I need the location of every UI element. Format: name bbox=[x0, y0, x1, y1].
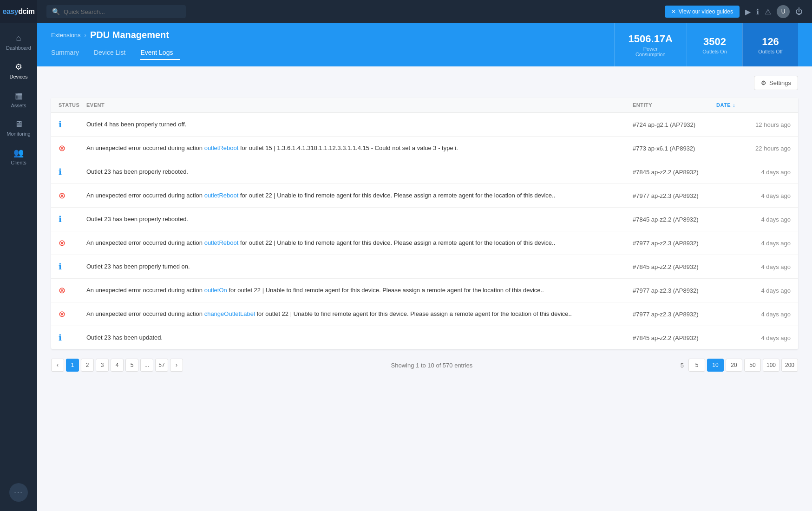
entity-cell: #7845 ap-z2.2 (AP8932) bbox=[633, 263, 716, 270]
sidebar-item-dashboard[interactable]: ⌂ Dashboard bbox=[0, 28, 37, 56]
event-highlight: outletOn bbox=[204, 287, 227, 294]
power-label: PowerConsumption bbox=[635, 46, 666, 57]
alert-icon[interactable]: ⚠ bbox=[765, 7, 771, 16]
outlets-off-label: Outlets Off bbox=[758, 49, 782, 54]
power-icon[interactable]: ⏻ bbox=[795, 7, 803, 16]
status-cell: ℹ bbox=[59, 167, 86, 177]
status-cell: ⊗ bbox=[59, 143, 86, 153]
more-button[interactable]: ··· bbox=[9, 483, 28, 502]
entity-cell: #7845 ap-z2.2 (AP8932) bbox=[633, 169, 716, 176]
page-5-button[interactable]: 5 bbox=[125, 359, 138, 372]
sort-desc-icon: ↓ bbox=[733, 102, 735, 108]
date-cell: 22 hours ago bbox=[716, 145, 791, 152]
date-cell: 4 days ago bbox=[716, 192, 791, 199]
event-cell: Outlet 4 has been properly turned off. bbox=[86, 120, 633, 129]
per-page-100-button[interactable]: 100 bbox=[763, 359, 779, 372]
power-value: 1506.17A bbox=[629, 33, 673, 45]
date-cell: 4 days ago bbox=[716, 216, 791, 223]
event-cell: An unexpected error occurred during acti… bbox=[86, 144, 633, 152]
content-area: ⚙ Settings STATUS EVENT ENTITY DATE ↓ ℹO… bbox=[37, 66, 812, 511]
per-page-20-button[interactable]: 20 bbox=[726, 359, 742, 372]
sidebar-item-label: Assets bbox=[11, 103, 26, 108]
video-guide-label: View our video guides bbox=[679, 8, 733, 15]
info-icon[interactable]: ℹ bbox=[756, 7, 759, 16]
tab-device-list[interactable]: Device List bbox=[94, 46, 133, 60]
per-page-200-button[interactable]: 200 bbox=[781, 359, 798, 372]
tab-summary[interactable]: Summary bbox=[51, 46, 86, 60]
table-row: ℹOutlet 23 has been properly turned on.#… bbox=[51, 255, 798, 279]
next-page-button[interactable]: › bbox=[170, 359, 183, 372]
event-cell: Outlet 23 has been properly rebooted. bbox=[86, 215, 633, 223]
date-cell: 12 hours ago bbox=[716, 121, 791, 128]
entity-cell: #7977 ap-z2.3 (AP8932) bbox=[633, 192, 716, 199]
page-3-button[interactable]: 3 bbox=[96, 359, 109, 372]
tab-event-logs[interactable]: Event Logs bbox=[140, 46, 180, 60]
video-guide-button[interactable]: ✕ View our video guides bbox=[665, 6, 740, 18]
col-date[interactable]: DATE ↓ bbox=[716, 102, 791, 108]
per-page-10-button[interactable]: 5 bbox=[688, 359, 705, 372]
play-icon[interactable]: ▶ bbox=[745, 7, 751, 16]
page-2-button[interactable]: 2 bbox=[81, 359, 94, 372]
entity-cell: #7977 ap-z2.3 (AP8932) bbox=[633, 311, 716, 318]
col-status: STATUS bbox=[59, 102, 86, 108]
info-status-icon: ℹ bbox=[59, 262, 62, 272]
avatar[interactable]: U bbox=[777, 5, 790, 18]
event-cell: An unexpected error occurred during acti… bbox=[86, 286, 633, 295]
event-plain: Outlet 4 has been properly turned off. bbox=[86, 121, 186, 128]
page-57-button[interactable]: 57 bbox=[155, 359, 168, 372]
sidebar-item-monitoring[interactable]: 🖥 Monitoring bbox=[0, 114, 37, 142]
logo-text: easydcim bbox=[3, 7, 35, 16]
sidebar-item-assets[interactable]: ▦ Assets bbox=[0, 85, 37, 114]
date-cell: 4 days ago bbox=[716, 263, 791, 270]
breadcrumb-root[interactable]: Extensions bbox=[51, 32, 81, 39]
entity-cell: #7977 ap-z2.3 (AP8932) bbox=[633, 287, 716, 294]
prev-page-button[interactable]: ‹ bbox=[51, 359, 64, 372]
top-bar-actions: ✕ View our video guides ▶ ℹ ⚠ U ⏻ bbox=[665, 5, 803, 18]
error-status-icon: ⊗ bbox=[59, 143, 65, 153]
info-status-icon: ℹ bbox=[59, 167, 62, 177]
sidebar-item-label: Devices bbox=[9, 74, 27, 79]
settings-label: Settings bbox=[769, 79, 791, 86]
event-plain: Outlet 23 has been updated. bbox=[86, 334, 163, 341]
search-input[interactable] bbox=[64, 8, 180, 15]
clients-icon: 👥 bbox=[13, 148, 24, 158]
page-header: Extensions › PDU Management Summary Devi… bbox=[37, 23, 812, 66]
event-cell: An unexpected error occurred during acti… bbox=[86, 310, 633, 318]
event-highlight: changeOutletLabel bbox=[204, 310, 255, 317]
status-cell: ℹ bbox=[59, 214, 86, 224]
entity-cell: #724 ap-g2.1 (AP7932) bbox=[633, 121, 716, 128]
sidebar-item-clients[interactable]: 👥 Clients bbox=[0, 142, 37, 171]
per-page-controls: 5 5 10 20 50 100 200 bbox=[681, 359, 798, 372]
page-1-button[interactable]: 1 bbox=[66, 359, 79, 372]
event-plain: An unexpected error occurred during acti… bbox=[86, 287, 204, 294]
error-status-icon: ⊗ bbox=[59, 238, 65, 248]
event-cell: An unexpected error occurred during acti… bbox=[86, 191, 633, 200]
per-page-active-button[interactable]: 10 bbox=[707, 359, 724, 372]
status-cell: ⊗ bbox=[59, 238, 86, 248]
outlets-on-label: Outlets On bbox=[702, 49, 727, 54]
table-row: ℹOutlet 23 has been updated.#7845 ap-z2.… bbox=[51, 326, 798, 349]
status-cell: ℹ bbox=[59, 119, 86, 130]
sidebar-item-label: Dashboard bbox=[6, 45, 31, 51]
event-plain: for outlet 22 | Unable to find remote ag… bbox=[238, 192, 555, 199]
settings-button[interactable]: ⚙ Settings bbox=[754, 76, 798, 90]
event-highlight: outletReboot bbox=[204, 192, 239, 199]
date-cell: 4 days ago bbox=[716, 169, 791, 176]
event-plain: Outlet 23 has been properly rebooted. bbox=[86, 168, 188, 175]
pagination-info: Showing 1 to 10 of 570 entries bbox=[391, 362, 473, 369]
event-plain: for outlet 22 | Unable to find remote ag… bbox=[227, 287, 544, 294]
main-content: 🔍 ✕ View our video guides ▶ ℹ ⚠ U ⏻ Exte… bbox=[37, 0, 812, 511]
col-event: EVENT bbox=[86, 102, 633, 108]
status-cell: ⊗ bbox=[59, 309, 86, 319]
sidebar-item-devices[interactable]: ⚙ Devices bbox=[0, 56, 37, 85]
error-status-icon: ⊗ bbox=[59, 309, 65, 319]
per-page-50-button[interactable]: 50 bbox=[744, 359, 761, 372]
search-box[interactable]: 🔍 bbox=[46, 5, 186, 18]
header-tabs: Summary Device List Event Logs bbox=[51, 46, 614, 60]
sidebar: easydcim ⌂ Dashboard ⚙ Devices ▦ Assets … bbox=[0, 0, 37, 511]
date-cell: 4 days ago bbox=[716, 334, 791, 341]
devices-icon: ⚙ bbox=[15, 62, 22, 72]
page-4-button[interactable]: 4 bbox=[111, 359, 124, 372]
event-plain: for outlet 22 | Unable to find remote ag… bbox=[255, 310, 572, 317]
table-row: ⊗An unexpected error occurred during act… bbox=[51, 302, 798, 326]
